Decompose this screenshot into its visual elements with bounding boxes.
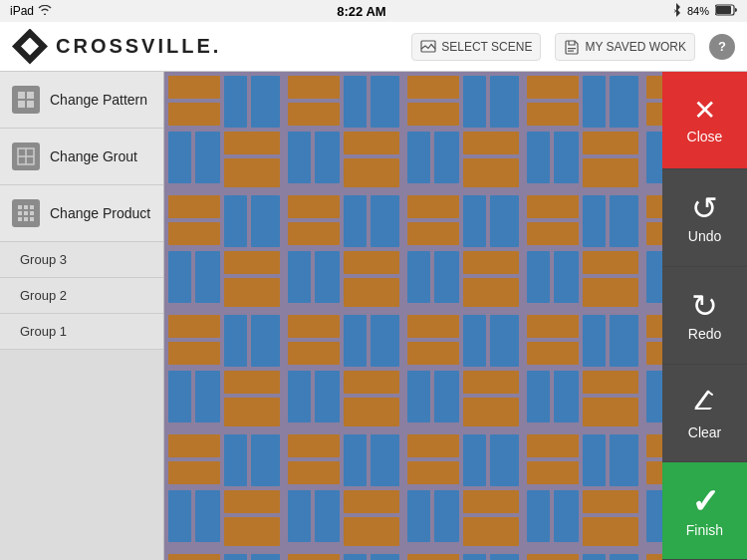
svg-rect-16	[24, 211, 28, 215]
select-scene-label: SELECT SCENE	[441, 40, 532, 54]
change-grout-label: Change Grout	[50, 148, 137, 164]
svg-rect-13	[24, 205, 28, 209]
nav-right: SELECT SCENE MY SAVED WORK ?	[411, 33, 735, 61]
sidebar-sub-item-group2[interactable]: Group 2	[0, 278, 163, 314]
redo-button[interactable]: ↻ Redo	[662, 267, 747, 365]
product-icon	[12, 199, 40, 227]
logo-text: CROSSVILLE.	[56, 35, 221, 58]
close-icon: ✕	[693, 97, 716, 125]
sidebar-item-change-product[interactable]: Change Product	[0, 185, 163, 242]
my-saved-work-label: MY SAVED WORK	[585, 40, 686, 54]
close-button[interactable]: ✕ Close	[662, 72, 747, 169]
svg-rect-8	[27, 101, 34, 108]
sidebar-sub-item-group1[interactable]: Group 1	[0, 314, 163, 350]
svg-rect-19	[24, 217, 28, 221]
svg-rect-6	[27, 92, 34, 99]
svg-rect-20	[30, 217, 34, 221]
sidebar-item-change-grout[interactable]: Change Grout	[0, 129, 163, 185]
svg-rect-7	[18, 101, 25, 108]
svg-rect-14	[30, 205, 34, 209]
main-area: Change Pattern Change Grout Change Produ…	[0, 72, 747, 560]
svg-rect-4	[568, 50, 574, 51]
pattern-icon	[12, 86, 40, 114]
tile-scene	[164, 72, 662, 560]
status-bar: iPad 8:22 AM 84%	[0, 0, 747, 22]
logo-inner	[21, 38, 39, 56]
sidebar: Change Pattern Change Grout Change Produ…	[0, 72, 164, 560]
svg-rect-17	[30, 211, 34, 215]
clear-label: Clear	[688, 424, 721, 440]
wifi-icon	[38, 4, 52, 18]
svg-rect-1	[716, 6, 731, 14]
svg-rect-12	[18, 205, 22, 209]
tile-pattern-svg	[164, 72, 662, 560]
change-pattern-label: Change Pattern	[50, 92, 147, 108]
svg-rect-18	[18, 217, 22, 221]
group3-label: Group 3	[20, 252, 67, 267]
help-button[interactable]: ?	[709, 34, 735, 60]
close-label: Close	[687, 129, 723, 144]
undo-icon: ↺	[691, 192, 718, 224]
svg-rect-30	[164, 72, 662, 560]
undo-button[interactable]: ↺ Undo	[662, 169, 747, 267]
svg-rect-3	[568, 48, 576, 49]
ipad-label: iPad	[10, 4, 34, 18]
redo-icon: ↻	[691, 290, 718, 322]
svg-rect-15	[18, 211, 22, 215]
svg-rect-5	[18, 92, 25, 99]
battery-icon	[715, 4, 737, 18]
bluetooth-icon	[671, 3, 681, 19]
right-panel: ✕ Close ↺ Undo ↻ Redo Clear ✓ Finish	[662, 72, 747, 560]
select-scene-button[interactable]: SELECT SCENE	[411, 33, 541, 61]
undo-label: Undo	[688, 228, 721, 244]
logo-diamond	[12, 29, 48, 65]
change-product-label: Change Product	[50, 205, 150, 221]
scene-icon	[420, 39, 436, 55]
logo-area: CROSSVILLE.	[12, 29, 221, 65]
finish-label: Finish	[686, 522, 723, 538]
grout-icon	[12, 142, 40, 170]
finish-button[interactable]: ✓ Finish	[662, 462, 747, 560]
status-right: 84%	[671, 3, 737, 19]
saved-work-icon	[564, 39, 580, 55]
group1-label: Group 1	[20, 324, 67, 339]
clear-button[interactable]: Clear	[662, 365, 747, 462]
battery-percent: 84%	[687, 5, 709, 17]
status-left: iPad	[10, 4, 52, 18]
my-saved-work-button[interactable]: MY SAVED WORK	[555, 33, 695, 61]
finish-icon: ✓	[691, 484, 719, 518]
top-nav: CROSSVILLE. SELECT SCENE MY SAVED WORK ?	[0, 22, 747, 72]
redo-label: Redo	[688, 326, 721, 342]
sidebar-sub-item-group3[interactable]: Group 3	[0, 242, 163, 278]
help-label: ?	[718, 39, 726, 54]
group2-label: Group 2	[20, 288, 67, 303]
sidebar-sub-items: Group 3 Group 2 Group 1	[0, 242, 163, 350]
status-time: 8:22 AM	[337, 4, 385, 19]
sidebar-item-change-pattern[interactable]: Change Pattern	[0, 72, 163, 129]
clear-icon	[690, 386, 720, 420]
